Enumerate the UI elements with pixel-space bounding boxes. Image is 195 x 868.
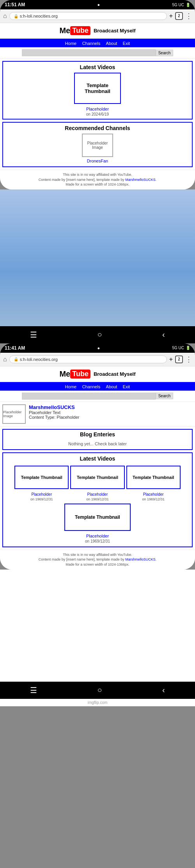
- footer2-line3: Made for a screen width of 1024-1366px.: [2, 562, 193, 567]
- watermark: imgflip.com: [0, 699, 195, 706]
- back-icon[interactable]: ‹: [162, 330, 165, 339]
- video-thumb-1[interactable]: Template Thumbnail: [14, 466, 69, 489]
- featured-content-type: Content Type: Placeholder: [29, 415, 79, 420]
- network-label-1: 5G UC: [172, 3, 184, 7]
- browser-chrome-2: ⌂ 🔒 s:h-loli.neocities.org + 2 ⋮: [0, 353, 195, 366]
- nav-home-1[interactable]: Home: [65, 41, 76, 46]
- home-button-1[interactable]: ⌂: [3, 13, 7, 20]
- nav-exit-2[interactable]: Exit: [123, 384, 130, 389]
- search-input-2[interactable]: [22, 393, 156, 400]
- video-link-label-1: Placeholder: [14, 490, 69, 497]
- nav-bar-2: Home Channels About Exit: [0, 382, 195, 391]
- nav-channels-1[interactable]: Channels: [82, 41, 100, 46]
- search-input-1[interactable]: [22, 49, 156, 56]
- video-thumb-3[interactable]: Template Thumbnail: [126, 466, 181, 489]
- video-item-2: Template Thumbnail Placeholder on 1969/1…: [70, 466, 124, 501]
- video-placeholder-link-1[interactable]: Placeholder: [86, 107, 109, 111]
- featured-channel-name[interactable]: MarshmelloSUCKS: [29, 404, 79, 410]
- video-link-label-4: Placeholder: [64, 532, 131, 539]
- metube-tagline-1: Broadcast Myself: [94, 28, 136, 34]
- latest-videos-section-2: Latest Videos Template Thumbnail Placeho…: [2, 452, 193, 547]
- recommended-title-1: Recommended Channels: [5, 125, 190, 131]
- channel-block-1: Placeholder Image DronesFan: [5, 134, 190, 164]
- phone-frame-1: 11:51 AM ● 5G UC 🔋 ⌂ 🔒 s:h-loli.neocitie…: [0, 0, 195, 189]
- latest-videos-title-2: Latest Videos: [5, 455, 190, 462]
- new-tab-button-2[interactable]: +: [169, 356, 173, 363]
- blog-section: Blog Enteries Nothing yet... Check back …: [2, 429, 193, 450]
- footer-line2-1: Content made by [insert name here], temp…: [2, 177, 193, 182]
- video-link-1-a[interactable]: Placeholder: [31, 492, 52, 497]
- search-bar-1: Search: [0, 47, 195, 59]
- video-date-4: on 1969/12/31: [64, 539, 131, 543]
- metube-header-1: Me Tube Broadcast Myself: [0, 23, 195, 39]
- search-button-2[interactable]: Search: [156, 393, 174, 399]
- url-bar-2[interactable]: 🔒 s:h-loli.neocities.org: [9, 355, 167, 363]
- video-link-3-a[interactable]: Placeholder: [143, 492, 164, 497]
- footer-link-1[interactable]: MarshmelloSUCKS: [125, 178, 156, 182]
- video-date-3: on 1969/12/31: [126, 497, 181, 501]
- tab-count-1[interactable]: 2: [175, 12, 183, 20]
- latest-videos-section-1: Latest Videos Template Thumbnail Placeho…: [2, 61, 193, 120]
- lock-icon-2: 🔒: [14, 357, 18, 361]
- lock-icon-1: 🔒: [14, 14, 18, 18]
- logo-tube-1: Tube: [70, 26, 90, 35]
- url-bar-1[interactable]: 🔒 s:h-loli.neocities.org: [9, 12, 167, 20]
- logo-me-2: Me: [59, 370, 70, 379]
- metube-header-2: Me Tube Broadcast Myself: [0, 366, 195, 382]
- nav-home-2[interactable]: Home: [65, 384, 76, 389]
- blog-title: Blog Enteries: [5, 431, 190, 438]
- footer2-line1: This site is in no way affiliated with Y…: [2, 552, 193, 557]
- channel-name-1: DronesFan: [5, 157, 190, 164]
- logo-me-1: Me: [59, 26, 70, 35]
- footer2-link[interactable]: MarshmelloSUCKS: [125, 557, 156, 561]
- status-icons-2: 5G UC 🔋: [172, 346, 190, 350]
- nav-about-1[interactable]: About: [106, 41, 117, 46]
- status-signal-1: ●: [98, 2, 100, 7]
- home-button-2[interactable]: ⌂: [3, 356, 7, 363]
- menu-button-2[interactable]: ⋮: [185, 355, 192, 364]
- recommended-section-1: Recommended Channels Placeholder Image D…: [2, 122, 193, 167]
- video-link-4-a[interactable]: Placeholder: [86, 534, 109, 538]
- video-thumb-2[interactable]: Template Thumbnail: [70, 466, 124, 489]
- footer-line3-1: Made for a screen width of 1024-1366px.: [2, 182, 193, 187]
- metube-logo-2: Me Tube: [59, 370, 90, 379]
- battery-icon-2: 🔋: [186, 346, 190, 350]
- channel-link-1[interactable]: DronesFan: [87, 159, 108, 163]
- status-time-1: 11:51 AM: [5, 2, 25, 7]
- video-item-3: Template Thumbnail Placeholder on 1969/1…: [126, 466, 181, 501]
- nav-exit-1[interactable]: Exit: [123, 41, 130, 46]
- new-tab-button-1[interactable]: +: [169, 13, 173, 20]
- hamburger-icon[interactable]: ☰: [30, 330, 37, 339]
- video-link-label-2: Placeholder: [70, 490, 124, 497]
- menu-button-1[interactable]: ⋮: [185, 12, 192, 20]
- nav-about-2[interactable]: About: [106, 384, 117, 389]
- video-thumb-4[interactable]: Template Thumbnail: [64, 504, 131, 531]
- latest-videos-title-1: Latest Videos: [5, 64, 190, 70]
- status-bar-1: 11:51 AM ● 5G UC 🔋: [0, 0, 195, 9]
- web-content-1: Me Tube Broadcast Myself Home Channels A…: [0, 23, 195, 189]
- video-item-4: Template Thumbnail Placeholder on 1969/1…: [64, 504, 131, 543]
- video-link-label-3: Placeholder: [126, 490, 181, 497]
- video-item-1: Template Thumbnail Placeholder on 1969/1…: [14, 466, 69, 501]
- circle-icon-final[interactable]: ○: [98, 686, 102, 695]
- video-thumbnail-1[interactable]: Template Thumbnail: [74, 73, 121, 104]
- logo-tube-2: Tube: [70, 370, 90, 379]
- status-icons-1: 5G UC 🔋: [172, 3, 190, 7]
- hamburger-icon-final[interactable]: ☰: [30, 686, 37, 695]
- search-button-1[interactable]: Search: [156, 50, 174, 56]
- gap-area: [0, 189, 195, 326]
- nav-channels-2[interactable]: Channels: [82, 384, 100, 389]
- footer-1: This site is in no way affiliated with Y…: [0, 170, 195, 189]
- web-content-2: Me Tube Broadcast Myself Home Channels A…: [0, 366, 195, 570]
- circle-icon[interactable]: ○: [98, 330, 102, 339]
- browser-chrome-1: ⌂ 🔒 s:h-loli.neocities.org + 2 ⋮: [0, 9, 195, 23]
- tab-count-2[interactable]: 2: [175, 355, 183, 363]
- network-label-2: 5G UC: [172, 346, 184, 350]
- video-link-2-a[interactable]: Placeholder: [87, 492, 108, 497]
- back-icon-final[interactable]: ‹: [162, 686, 165, 695]
- url-text-1: s:h-loli.neocities.org: [20, 14, 58, 18]
- nav-bar-1: Home Channels About Exit: [0, 39, 195, 47]
- blog-empty: Nothing yet... Check back later: [5, 440, 190, 448]
- video-date-1: on 1969/12/31: [14, 497, 69, 501]
- nav-bottom-between: ☰ ○ ‹: [0, 326, 195, 343]
